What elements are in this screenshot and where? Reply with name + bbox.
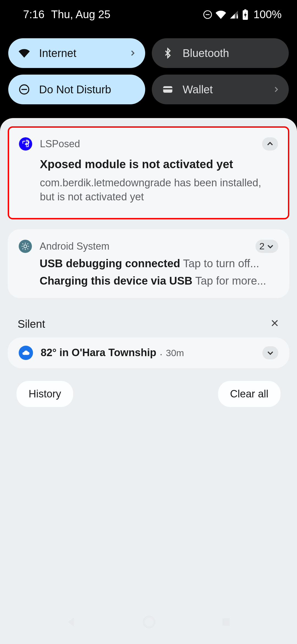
notification-android-system[interactable]: Android System 2 USB debugging connected… — [8, 229, 289, 298]
notification-weather[interactable]: 82° in O'Hara Township • 30m — [8, 337, 289, 368]
notification-group-count: 2 — [259, 241, 265, 252]
svg-rect-3 — [237, 14, 238, 15]
wifi-status-icon — [216, 9, 226, 20]
dismiss-silent-button[interactable] — [270, 318, 279, 330]
history-button[interactable]: History — [16, 381, 73, 407]
qs-bluetooth-label: Bluetooth — [183, 47, 229, 59]
svg-point-13 — [143, 616, 155, 628]
notification-title: Xposed module is not activated yet — [19, 158, 278, 171]
status-bar: 7:16 Thu, Aug 25 100% — [0, 0, 297, 28]
svg-rect-9 — [163, 88, 172, 89]
svg-rect-5 — [244, 9, 246, 11]
collapse-toggle[interactable] — [262, 137, 278, 151]
expand-toggle[interactable]: 2 — [255, 240, 278, 253]
panel-actions: History Clear all — [8, 368, 289, 407]
signal-status-icon — [229, 10, 239, 19]
weather-age: 30m — [166, 348, 184, 358]
notification-app-name: LSPosed — [40, 138, 80, 150]
notification-body: com.berdik.letmedowngrade has been insta… — [19, 176, 278, 204]
quick-settings: Internet Bluetooth Do Not Disturb Wallet — [0, 28, 297, 118]
battery-status-icon — [242, 9, 249, 20]
weather-text: 82° in O'Hara Township — [41, 347, 156, 358]
wifi-icon — [18, 47, 30, 59]
silent-label: Silent — [18, 318, 45, 330]
status-clock: 7:16 — [23, 8, 45, 21]
nav-home-button[interactable] — [142, 615, 156, 629]
notification-line-1: USB debugging connected Tap to turn off.… — [19, 257, 278, 270]
bluetooth-icon — [162, 48, 174, 59]
silent-section-header: Silent — [8, 308, 289, 337]
qs-dnd-label: Do Not Disturb — [39, 83, 111, 96]
dnd-status-icon — [203, 10, 212, 19]
nav-back-button[interactable] — [65, 616, 78, 628]
navigation-bar — [0, 600, 297, 644]
qs-dnd-tile[interactable]: Do Not Disturb — [8, 75, 145, 104]
chevron-right-icon — [129, 47, 136, 59]
chevron-right-icon — [272, 83, 280, 96]
clear-all-button[interactable]: Clear all — [218, 381, 280, 407]
android-system-app-icon — [19, 240, 32, 253]
svg-rect-2 — [237, 15, 238, 18]
status-icons: 100% — [203, 8, 282, 21]
battery-percent: 100% — [254, 8, 282, 21]
qs-wallet-tile[interactable]: Wallet — [152, 75, 289, 104]
notification-panel: LSPosed Xposed module is not activated y… — [0, 118, 297, 644]
notification-lsposed[interactable]: LSPosed Xposed module is not activated y… — [8, 126, 289, 219]
lsposed-app-icon — [19, 137, 32, 151]
qs-internet-label: Internet — [39, 47, 76, 59]
qs-bluetooth-tile[interactable]: Bluetooth — [152, 38, 289, 68]
weather-cloud-icon — [19, 346, 33, 360]
svg-rect-15 — [222, 618, 230, 626]
svg-point-14 — [144, 617, 153, 626]
notification-line-2: Charging this device via USB Tap for mor… — [19, 275, 278, 287]
svg-point-10 — [24, 245, 27, 248]
status-date: Thu, Aug 25 — [51, 8, 111, 21]
nav-recents-button[interactable] — [221, 616, 232, 627]
wallet-icon — [162, 84, 174, 95]
qs-internet-tile[interactable]: Internet — [8, 38, 145, 68]
qs-wallet-label: Wallet — [183, 83, 213, 96]
notification-app-name: Android System — [40, 241, 109, 252]
dnd-icon — [18, 84, 30, 95]
expand-toggle[interactable] — [262, 346, 278, 359]
